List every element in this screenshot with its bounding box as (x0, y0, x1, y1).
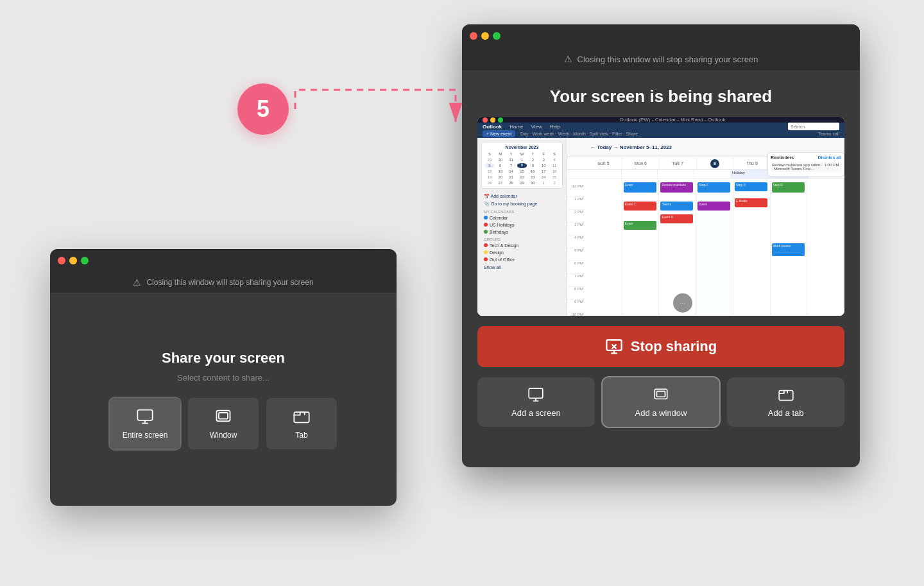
time-4pm: 4 PM (567, 236, 585, 248)
outlook-search[interactable] (788, 123, 839, 130)
warning-text-small: Closing this window will stop sharing yo… (146, 278, 313, 287)
outlook-mini-calendar: November 2023 S M T W T F S 29 (481, 142, 563, 189)
outlook-tech-design: Tech & Design (481, 242, 563, 249)
cal-d6: 6 (495, 163, 506, 168)
day-wed: 8 (697, 157, 734, 169)
outlook-app-titlebar: Outlook (PW) - Calendar - Mini Band - Ou… (477, 117, 844, 123)
event-mon-1: Event (624, 182, 656, 193)
event-tue-2: Teams (660, 202, 693, 211)
week-label: ← Today → November 5–11, 2023 (585, 138, 677, 157)
outlook-menu-help: Help (550, 124, 560, 130)
share-subtitle: Select content to share... (177, 373, 270, 383)
time-2pm: 2 PM (567, 210, 585, 223)
outlook-show-all: Show all (481, 263, 563, 271)
add-screen-label: Add a screen (511, 408, 561, 418)
cal-d23: 23 (527, 175, 538, 180)
time-10pm: 10 PM (567, 313, 585, 316)
add-tab-button[interactable]: Add a tab (727, 377, 844, 427)
outlook-sidebar: November 2023 S M T W T F S 29 (477, 138, 567, 316)
window-titlebar-large (462, 24, 860, 47)
entire-screen-label: Entire screen (123, 431, 168, 440)
time-body: 12 PM 1 PM 2 PM 3 PM 4 PM 5 PM 6 PM 7 PM… (567, 179, 844, 316)
close-button-large[interactable] (470, 32, 477, 40)
calendar-dot-red (484, 223, 488, 227)
svg-rect-18 (779, 391, 793, 401)
add-tab-label: Add a tab (768, 408, 804, 418)
cal-header-f: F (538, 151, 549, 157)
cal-d30: 30 (495, 157, 506, 162)
cal-d25: 25 (549, 175, 560, 180)
warning-icon-large: ⚠ (564, 54, 572, 64)
window-option[interactable]: Window (188, 398, 259, 449)
cal-d20: 20 (495, 175, 506, 180)
event-tue-3: Event D (660, 214, 693, 223)
cal-d8: 8 (517, 163, 527, 168)
event-tue-1: Review multilabs (660, 182, 693, 193)
outlook-calendar-item: Calendar (481, 214, 563, 221)
day-columns: Event Event C Event Review multilabs Tea… (585, 179, 844, 316)
stop-sharing-button[interactable]: Stop sharing (477, 326, 844, 367)
warning-bar-large: ⚠ Closing this window will stop sharing … (462, 47, 860, 71)
holiday-tue (658, 170, 694, 178)
add-window-icon (653, 386, 669, 403)
svg-rect-13 (529, 388, 543, 398)
cal-d16: 16 (527, 169, 538, 174)
time-12pm: 12 PM (567, 184, 585, 197)
add-screen-icon (527, 386, 544, 403)
minimize-button-small[interactable] (69, 257, 77, 264)
cal-header-t: T (506, 151, 517, 157)
outlook-menu-bar: Outlook Home View Help (477, 123, 844, 130)
outlook-groups-label: Groups (481, 236, 563, 242)
outlook-my-calendars-label: My calendars (481, 208, 563, 214)
cal-d22: 22 (517, 175, 527, 180)
outlook-view-options: Day · Work week · Week · Month · Split v… (520, 132, 638, 136)
cal-header-sa: S (549, 151, 560, 157)
stop-sharing-icon (605, 338, 623, 356)
maximize-button-small[interactable] (81, 257, 89, 264)
tab-icon (293, 408, 311, 426)
outlook-main-calendar: ← Today → November 5–11, 2023 Sun 5 Mon … (567, 138, 844, 316)
holiday-wed (694, 170, 731, 178)
maximize-button-large[interactable] (493, 32, 501, 40)
cal-header-m: M (495, 151, 506, 157)
svg-rect-0 (137, 409, 152, 420)
dashed-arrow (270, 83, 468, 263)
cal-d1: 1 (517, 157, 527, 162)
cal-d29: 29 (484, 157, 495, 162)
td-dot (484, 243, 488, 247)
tab-label: Tab (295, 431, 307, 440)
col-mon: Event Event C Event (622, 179, 660, 316)
cal-d3: 3 (538, 157, 549, 162)
cal-d12: 12 (484, 169, 495, 174)
holiday-mon (622, 170, 658, 178)
tab-option[interactable]: Tab (266, 398, 337, 449)
minimize-button-large[interactable] (481, 32, 489, 40)
add-options-row: Add a screen Add a window Add a tab (477, 377, 844, 427)
cal-d28: 28 (506, 180, 517, 185)
cal-d14: 14 (506, 169, 517, 174)
cal-d21: 21 (506, 175, 517, 180)
cal-header-w: W (517, 151, 527, 157)
reminder-1: Review multistore app subm... 1:00 PM · … (771, 162, 841, 172)
close-button-small[interactable] (58, 257, 65, 264)
time-3pm: 3 PM (567, 223, 585, 236)
holiday-sun (585, 170, 622, 178)
cal-header-th: T (527, 151, 538, 157)
outlook-birthdays-item: Birthdays (481, 228, 563, 236)
time-8pm: 8 PM (567, 287, 585, 300)
cal-d31: 31 (506, 157, 517, 162)
cal-d1b: 1 (538, 180, 549, 185)
warning-text-large: Closing this window will stop sharing yo… (578, 55, 758, 64)
outlook-holidays-item: US Holidays (481, 221, 563, 228)
add-screen-button[interactable]: Add a screen (477, 377, 595, 427)
event-mon-2: Event C (624, 202, 656, 211)
outlook-toolbar: + New event Day · Work week · Week · Mon… (477, 130, 844, 138)
add-window-button[interactable]: Add a window (603, 377, 720, 427)
cal-d24: 24 (538, 175, 549, 180)
outlook-minimize (490, 117, 495, 123)
cal-d9: 9 (527, 163, 538, 168)
event-thu-1: Step D (735, 182, 767, 191)
today-badge: 8 (710, 159, 719, 168)
outlook-inner: Outlook (PW) - Calendar - Mini Band - Ou… (477, 117, 844, 316)
entire-screen-option[interactable]: Entire screen (110, 398, 180, 449)
